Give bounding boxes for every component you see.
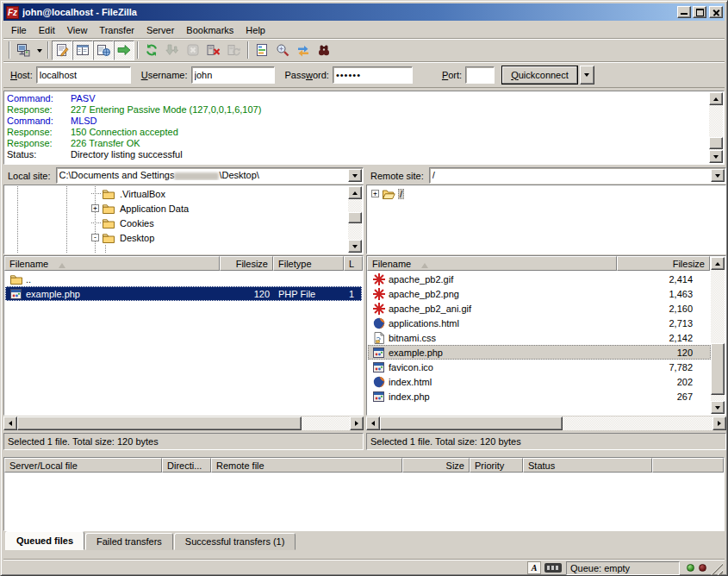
port-input[interactable] (465, 66, 495, 84)
remote-file-row[interactable]: favicon.ico7,782 (368, 360, 711, 374)
scroll-right-button[interactable] (712, 416, 726, 430)
close-button[interactable] (709, 6, 723, 18)
username-input[interactable] (191, 66, 275, 84)
reconnect-button[interactable] (224, 41, 245, 60)
remote-site-combobox[interactable]: / (429, 167, 726, 184)
resize-grip[interactable] (711, 563, 723, 575)
column-header-filesize[interactable]: Filesize (220, 256, 273, 271)
queue-column-server-local-file[interactable]: Server/Local file (4, 458, 162, 473)
remote-file-row[interactable]: apache_pb2_ani.gif2,160 (368, 301, 711, 316)
local-file-row[interactable]: example.php120PHP File1 (5, 286, 362, 301)
remote-list-scrollbar[interactable] (711, 257, 725, 414)
quickconnect-dropdown-button[interactable] (580, 66, 594, 85)
scroll-thumb[interactable] (711, 343, 725, 395)
remote-horizontal-scrollbar[interactable] (366, 416, 726, 430)
remote-file-row[interactable]: bitnami.css2,142 (368, 330, 711, 345)
process-queue-button[interactable] (162, 41, 183, 60)
remote-file-row[interactable]: apache_pb2.png1,463 (368, 286, 711, 301)
toggle-message-log-button[interactable] (52, 41, 72, 60)
queue-column-size[interactable]: Size (402, 458, 470, 473)
site-manager-button[interactable] (13, 41, 34, 60)
tree-node-label[interactable]: Cookies (118, 218, 156, 229)
message-log-scrollbar[interactable] (709, 92, 723, 163)
scroll-left-button[interactable] (366, 416, 380, 430)
scroll-up-button[interactable] (711, 257, 725, 270)
column-header-l[interactable]: L (344, 256, 363, 271)
collapse-minus-icon[interactable]: - (91, 234, 99, 241)
speed-limits-icon (544, 563, 562, 573)
local-site-combobox[interactable]: C:\Documents and Settings\Desktop\ (56, 167, 364, 184)
site-manager-dropdown-button[interactable] (34, 41, 45, 60)
expand-plus-icon[interactable]: + (371, 190, 379, 197)
local-site-dropdown-button[interactable] (348, 169, 362, 182)
menu-item-view[interactable]: View (61, 23, 94, 37)
tree-node-label[interactable]: Desktop (118, 233, 156, 243)
scroll-down-button[interactable] (711, 401, 725, 414)
scroll-thumb[interactable] (348, 212, 362, 223)
tree-node[interactable]: .VirtualBox (5, 186, 362, 201)
file-name: applications.html (389, 318, 459, 329)
queue-column-status[interactable]: Status (523, 458, 652, 473)
compare-button[interactable] (272, 41, 293, 60)
scroll-down-button[interactable] (348, 240, 362, 253)
scroll-left-button[interactable] (3, 416, 17, 430)
scroll-thumb[interactable] (709, 137, 723, 149)
menu-item-server[interactable]: Server (140, 23, 180, 37)
find-button[interactable] (314, 41, 334, 60)
column-header-filename[interactable]: Filename (4, 256, 220, 271)
column-header-filesize[interactable]: Filesize (617, 256, 710, 271)
toggle-message-log-icon (55, 43, 69, 57)
queue-column-remote-file[interactable]: Remote file (211, 458, 402, 473)
column-header-filetype[interactable]: Filetype (273, 256, 344, 271)
menu-item-bookmarks[interactable]: Bookmarks (180, 23, 240, 37)
minimize-button[interactable] (677, 6, 691, 18)
remote-file-row[interactable]: example.php120 (368, 345, 711, 360)
toggle-local-tree-button[interactable] (72, 41, 93, 60)
tree-node[interactable]: Cookies (5, 216, 362, 230)
scroll-up-button[interactable] (348, 186, 362, 199)
scroll-up-button[interactable] (709, 92, 723, 105)
sync-browsing-button[interactable] (293, 41, 314, 60)
remote-site-dropdown-button[interactable] (711, 169, 725, 182)
scroll-thumb[interactable] (17, 416, 302, 430)
remote-file-row[interactable]: applications.html2,713 (368, 316, 711, 330)
local-horizontal-scrollbar[interactable] (3, 416, 364, 430)
tree-node-label[interactable]: Application Data (118, 203, 190, 214)
tab-successful-transfers-[interactable]: Successful transfers (1) (174, 533, 296, 550)
menu-item-help[interactable]: Help (240, 23, 271, 37)
title-bar[interactable]: Fz john@localhost - FileZilla (3, 3, 725, 21)
scroll-thumb[interactable] (380, 416, 563, 430)
menu-item-file[interactable]: File (5, 23, 33, 37)
queue-column-priority[interactable]: Priority (470, 458, 523, 473)
scroll-right-button[interactable] (350, 416, 364, 430)
refresh-button[interactable] (141, 41, 162, 60)
filter-button[interactable] (252, 41, 272, 60)
tree-node[interactable]: -Desktop (5, 230, 362, 245)
cancel-button[interactable] (183, 41, 203, 60)
local-tree-scrollbar[interactable] (348, 186, 362, 253)
menu-item-edit[interactable]: Edit (33, 23, 61, 37)
maximize-button[interactable] (693, 6, 706, 18)
host-input[interactable] (36, 66, 131, 84)
tree-node[interactable]: +Application Data (5, 201, 362, 216)
remote-file-row[interactable]: index.html202 (368, 374, 711, 389)
quickconnect-button[interactable]: Quickconnect (501, 66, 578, 85)
password-input[interactable] (333, 66, 413, 84)
tab-queued-files[interactable]: Queued files (5, 531, 84, 550)
tab-failed-transfers[interactable]: Failed transfers (85, 533, 173, 550)
tree-node-label[interactable]: .VirtualBox (118, 189, 167, 199)
toggle-remote-tree-button[interactable] (93, 41, 114, 60)
tree-node-label[interactable]: / (398, 189, 404, 199)
local-file-row[interactable]: .. (5, 272, 362, 286)
menu-item-transfer[interactable]: Transfer (93, 23, 140, 37)
tree-node[interactable]: +/ (368, 186, 725, 201)
toggle-queue-button[interactable] (114, 41, 134, 60)
remote-file-row[interactable]: apache_pb2.gif2,414 (368, 272, 711, 286)
remote-file-row[interactable]: index.php267 (368, 389, 711, 404)
queue-column-directi-[interactable]: Directi... (162, 458, 211, 473)
column-header-filename[interactable]: Filename (367, 256, 617, 271)
disconnect-button[interactable] (203, 41, 224, 60)
scroll-down-button[interactable] (709, 150, 723, 163)
green-led-icon (687, 564, 694, 572)
expand-plus-icon[interactable]: + (91, 204, 99, 212)
